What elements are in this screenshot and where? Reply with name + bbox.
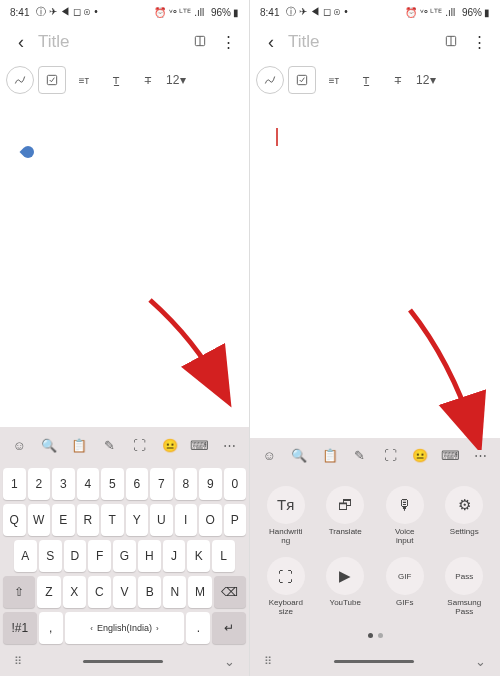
search-icon[interactable]: 🔍 <box>39 435 59 455</box>
status-icons: ⓘ ✈ ◀ ◻ ⊙ • <box>36 5 97 19</box>
back-button[interactable]: ‹ <box>260 32 282 53</box>
more-tools-icon[interactable]: ⋯ <box>471 446 491 466</box>
edit-icon[interactable]: ✎ <box>99 435 119 455</box>
checkbox-button[interactable] <box>38 66 66 94</box>
expand-icon[interactable]: ⛶ <box>130 435 150 455</box>
key-b[interactable]: B <box>138 576 161 608</box>
keyboard-icon[interactable]: ⌨ <box>441 446 461 466</box>
key-d[interactable]: D <box>64 540 87 572</box>
key-s[interactable]: S <box>39 540 62 572</box>
note-canvas[interactable] <box>250 98 500 438</box>
key-4[interactable]: 4 <box>77 468 100 500</box>
tool-voice-input[interactable]: 🎙Voice input <box>377 486 433 546</box>
key-x[interactable]: X <box>63 576 86 608</box>
reader-icon[interactable] <box>189 34 211 51</box>
more-icon[interactable]: ⋮ <box>217 33 239 51</box>
pen-button[interactable] <box>256 66 284 94</box>
face-icon[interactable]: 😐 <box>410 446 430 466</box>
key-8[interactable]: 8 <box>175 468 198 500</box>
key-j[interactable]: J <box>163 540 186 572</box>
collapse-icon[interactable]: ⌄ <box>475 654 486 669</box>
key-t[interactable]: T <box>101 504 124 536</box>
status-bar: 8:41 ⓘ ✈ ◀ ◻ ⊙ • ⏰ ᵛᵒ ᴸᵀᴱ .ıll 96%▮ <box>250 0 500 22</box>
pen-button[interactable] <box>6 66 34 94</box>
key-6[interactable]: 6 <box>126 468 149 500</box>
key-g[interactable]: G <box>113 540 136 572</box>
edit-icon[interactable]: ✎ <box>350 446 370 466</box>
key-⌫[interactable]: ⌫ <box>214 576 246 608</box>
textformat-button[interactable]: ≡т <box>70 66 98 94</box>
fontsize-selector[interactable]: 12▾ <box>416 73 436 87</box>
key-a[interactable]: A <box>14 540 37 572</box>
key-r[interactable]: R <box>77 504 100 536</box>
more-icon[interactable]: ⋮ <box>468 33 490 51</box>
key-p[interactable]: P <box>224 504 247 536</box>
grid-icon[interactable]: ⠿ <box>14 655 22 668</box>
clipboard-icon[interactable]: 📋 <box>320 446 340 466</box>
checkbox-button[interactable] <box>288 66 316 94</box>
search-icon[interactable]: 🔍 <box>289 446 309 466</box>
home-indicator[interactable] <box>83 660 163 663</box>
enter-key[interactable]: ↵ <box>212 612 246 644</box>
key-l[interactable]: L <box>212 540 235 572</box>
key-v[interactable]: V <box>113 576 136 608</box>
back-button[interactable]: ‹ <box>10 32 32 53</box>
key-e[interactable]: E <box>52 504 75 536</box>
key-y[interactable]: Y <box>126 504 149 536</box>
key-u[interactable]: U <box>150 504 173 536</box>
key-o[interactable]: O <box>199 504 222 536</box>
strike-button[interactable]: T̶ <box>384 66 412 94</box>
collapse-icon[interactable]: ⌄ <box>224 654 235 669</box>
title-field[interactable]: Title <box>38 32 183 52</box>
grid-icon[interactable]: ⠿ <box>264 655 272 668</box>
emoji-icon[interactable]: ☺ <box>9 435 29 455</box>
translate-icon: 🗗 <box>326 486 364 524</box>
reader-icon[interactable] <box>440 34 462 51</box>
underline-button[interactable]: T̲ <box>352 66 380 94</box>
key-c[interactable]: C <box>88 576 111 608</box>
space-key[interactable]: ‹English(India)› <box>65 612 185 644</box>
cursor-handle[interactable] <box>20 144 37 161</box>
symbols-key[interactable]: !#1 <box>3 612 37 644</box>
key-1[interactable]: 1 <box>3 468 26 500</box>
face-icon[interactable]: 😐 <box>160 435 180 455</box>
fontsize-selector[interactable]: 12▾ <box>166 73 186 87</box>
text-cursor <box>276 128 278 146</box>
tool-handwriting[interactable]: TяHandwriti ng <box>258 486 314 546</box>
key-z[interactable]: Z <box>37 576 60 608</box>
strike-button[interactable]: T̶ <box>134 66 162 94</box>
key-0[interactable]: 0 <box>224 468 247 500</box>
key-5[interactable]: 5 <box>101 468 124 500</box>
home-indicator[interactable] <box>334 660 414 663</box>
clipboard-icon[interactable]: 📋 <box>69 435 89 455</box>
comma-key[interactable]: , <box>39 612 63 644</box>
key-q[interactable]: Q <box>3 504 26 536</box>
keyboard-icon[interactable]: ⌨ <box>190 435 210 455</box>
key-h[interactable]: H <box>138 540 161 572</box>
tool-gifs[interactable]: GIFGIFs <box>377 557 433 617</box>
key-7[interactable]: 7 <box>150 468 173 500</box>
key-9[interactable]: 9 <box>199 468 222 500</box>
tool-youtube[interactable]: ▶YouTube <box>317 557 373 617</box>
key-2[interactable]: 2 <box>28 468 51 500</box>
emoji-icon[interactable]: ☺ <box>259 446 279 466</box>
key-i[interactable]: I <box>175 504 198 536</box>
textformat-button[interactable]: ≡т <box>320 66 348 94</box>
key-3[interactable]: 3 <box>52 468 75 500</box>
tool-settings[interactable]: ⚙Settings <box>436 486 492 546</box>
key-f[interactable]: F <box>88 540 111 572</box>
tool-keyboard-size[interactable]: ⛶Keyboard size <box>258 557 314 617</box>
key-⇧[interactable]: ⇧ <box>3 576 35 608</box>
dot-key[interactable]: . <box>186 612 210 644</box>
title-field[interactable]: Title <box>288 32 434 52</box>
key-k[interactable]: K <box>187 540 210 572</box>
tool-samsung-pass[interactable]: PassSamsung Pass <box>436 557 492 617</box>
key-w[interactable]: W <box>28 504 51 536</box>
note-canvas[interactable] <box>0 98 249 427</box>
key-n[interactable]: N <box>163 576 186 608</box>
more-tools-icon[interactable]: ⋯ <box>220 435 240 455</box>
key-m[interactable]: M <box>188 576 211 608</box>
tool-translate[interactable]: 🗗Translate <box>317 486 373 546</box>
underline-button[interactable]: T̲ <box>102 66 130 94</box>
expand-icon[interactable]: ⛶ <box>380 446 400 466</box>
